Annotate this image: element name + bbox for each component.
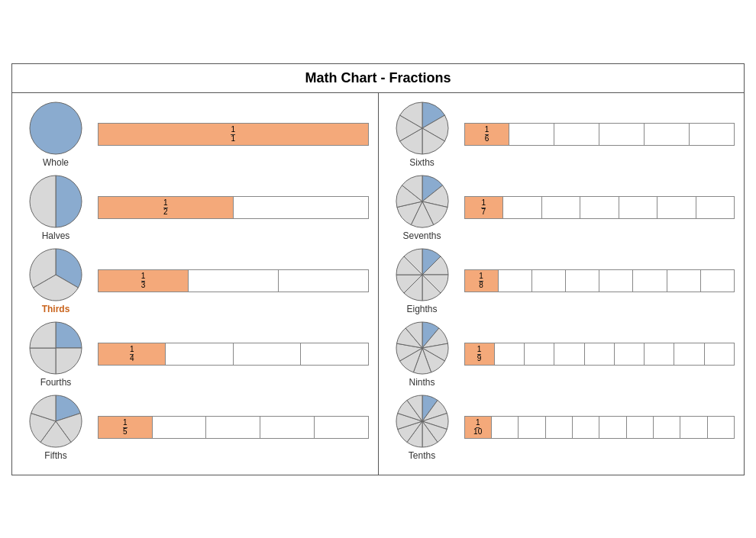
pie-container: Tenths <box>388 394 457 461</box>
chart-title: Math Chart - Fractions <box>12 64 744 93</box>
pie-container: Fourths <box>21 321 90 388</box>
pie-container: Fifths <box>21 394 90 461</box>
fraction-label: Thirds <box>42 304 70 314</box>
svg-point-0 <box>30 102 82 154</box>
bar-container: 13 <box>98 269 369 292</box>
fraction-row: Eighths 18 <box>388 247 735 314</box>
bar-container: 110 <box>464 416 735 439</box>
fraction-row: Sevenths 17 <box>388 174 735 241</box>
fraction-label: Whole <box>43 157 69 168</box>
left-column: Whole 11 Halves 12 Thirds <box>12 93 379 475</box>
fraction-row: Fourths 14 <box>21 321 369 388</box>
bar-container: 12 <box>98 196 369 219</box>
fraction-row: Tenths 110 <box>388 394 735 461</box>
pie-container: Ninths <box>388 321 457 388</box>
fraction-label: Fourths <box>40 377 72 388</box>
pie-container: Thirds <box>21 247 90 314</box>
pie-container: Sevenths <box>388 174 457 241</box>
fraction-label: Sevenths <box>402 230 441 241</box>
bar-container: 16 <box>464 123 735 146</box>
bar-container: 17 <box>464 196 735 219</box>
fraction-label: Ninths <box>409 377 435 388</box>
chart-body: Whole 11 Halves 12 Thirds <box>12 93 744 475</box>
fraction-label: Tenths <box>409 450 435 461</box>
pie-container: Whole <box>21 101 90 168</box>
chart-container: Math Chart - Fractions Whole 11 Halves 1… <box>11 63 745 475</box>
bar-container: 18 <box>464 269 735 292</box>
fraction-label: Eighths <box>406 304 437 314</box>
bar-container: 11 <box>98 123 369 146</box>
fraction-row: Ninths 19 <box>388 321 735 388</box>
fraction-row: Fifths 15 <box>21 394 369 461</box>
fraction-label: Halves <box>42 230 70 241</box>
bar-container: 19 <box>464 343 735 366</box>
fraction-row: Halves 12 <box>21 174 369 241</box>
fraction-label: Fifths <box>44 450 66 461</box>
pie-container: Eighths <box>388 247 457 314</box>
fraction-row: Sixths 16 <box>388 101 735 168</box>
fraction-row: Whole 11 <box>21 101 369 168</box>
fraction-row: Thirds 13 <box>21 247 369 314</box>
right-column: Sixths 16 Sevenths 17 Eighths <box>379 93 745 475</box>
fraction-label: Sixths <box>409 157 435 168</box>
pie-container: Halves <box>21 174 90 241</box>
bar-container: 14 <box>98 343 369 366</box>
bar-container: 15 <box>98 416 369 439</box>
pie-container: Sixths <box>388 101 457 168</box>
